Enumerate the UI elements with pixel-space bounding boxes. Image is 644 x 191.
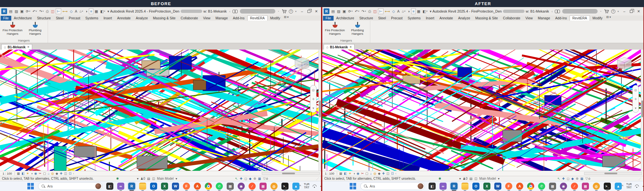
media-app[interactable]: ▦ (260, 183, 267, 190)
switch-windows-icon[interactable]: ◧▾ (99, 8, 106, 14)
tag-by-category-icon[interactable]: ◇ (391, 8, 396, 14)
tab-insert[interactable]: Insert (101, 16, 114, 21)
tab-add-ins[interactable]: Add-Ins (553, 16, 569, 21)
rendering-dialog-icon[interactable]: ◉ (33, 172, 38, 175)
search-binoculars-icon[interactable] (232, 10, 238, 13)
switch-windows-icon-caret[interactable]: ▾ (104, 10, 105, 13)
section-icon[interactable]: ◑ (407, 8, 411, 14)
editable-worksets-icon[interactable]: ♟0 (140, 177, 145, 180)
language-indicator[interactable]: TURTRT (626, 183, 632, 189)
terminal[interactable]: >_ (281, 183, 289, 190)
firefox[interactable]: F (505, 183, 512, 190)
unlocked-view-icon[interactable]: ⌂ (369, 172, 373, 175)
account-caret-icon[interactable]: · (278, 8, 279, 14)
search-highlight-icon[interactable] (418, 183, 423, 189)
worksets-dialog-icon[interactable]: ▤ (469, 177, 472, 180)
outlook[interactable]: O (472, 183, 479, 190)
tab-annotate[interactable]: Annotate (437, 16, 456, 21)
tag-by-category-icon[interactable]: ◇ (69, 8, 73, 14)
search-binoculars-icon[interactable] (555, 10, 560, 13)
default-3d-view-icon[interactable]: ⌂▾ (79, 8, 84, 14)
whatsapp[interactable]: ✆ (216, 183, 223, 190)
detail-level-icon[interactable]: ▦ (16, 172, 21, 175)
sync-with-central-icon-caret[interactable]: ▾ (29, 10, 30, 13)
navbar-more-icon[interactable]: ▾ (312, 106, 314, 110)
redo-icon[interactable]: ↷▾ (38, 8, 45, 14)
close-view-tab-icon[interactable]: ✕ (27, 45, 30, 49)
navbar-more-icon[interactable]: ▾ (635, 106, 636, 110)
firefox[interactable]: F (183, 183, 190, 190)
worksets-caret-icon[interactable]: ▾ (137, 177, 138, 180)
selection-filter-icon[interactable]: ▽:0 (263, 177, 268, 180)
tab-collaborate[interactable]: Collaborate (178, 16, 201, 21)
tab-architecture[interactable]: Architecture (334, 16, 357, 21)
modify-icon[interactable]: ◫ (372, 8, 377, 14)
calculator[interactable]: ▦ (549, 183, 556, 190)
hscroll-thumb[interactable] (604, 173, 617, 174)
tab-revitera[interactable]: RevitERA (570, 15, 590, 21)
worksets-dialog-icon[interactable]: ▤ (147, 177, 150, 180)
user-interface-icon[interactable]: ▦ (416, 8, 421, 14)
tab-massing-site[interactable]: Massing & Site (150, 16, 178, 21)
text-icon[interactable]: A (396, 8, 400, 14)
open-icon[interactable]: ▨ (14, 8, 19, 14)
view-scale[interactable]: 1 : 100 (1, 172, 15, 175)
thin-lines-icon[interactable]: ≡ (89, 8, 93, 14)
design-options-caret-icon[interactable]: ▾ (175, 177, 177, 180)
navigation-bar[interactable]: ◎✛▾ (310, 85, 317, 113)
calculator[interactable]: ▦ (227, 183, 234, 190)
minimize-button[interactable]: – (623, 9, 625, 13)
excel[interactable]: X (483, 183, 490, 190)
visual-style-icon[interactable]: ◧ (21, 172, 25, 175)
select-pinned-toggle-icon[interactable]: ◻ (244, 177, 247, 180)
tab-annotate[interactable]: Annotate (115, 16, 133, 21)
horizontal-scrollbar[interactable] (262, 172, 320, 175)
default-3d-view-icon-caret[interactable]: ▾ (404, 10, 405, 13)
terminal[interactable]: >_ (604, 183, 611, 190)
crop-view-icon[interactable]: ✂ (38, 172, 42, 175)
tor-browser[interactable]: ◉ (238, 183, 245, 190)
browser-app[interactable]: ◍ (270, 183, 278, 190)
vscroll-thumb[interactable] (641, 100, 643, 117)
start-button[interactable] (349, 183, 356, 190)
design-options-icon[interactable]: ◫ (152, 177, 155, 180)
autodesk-app[interactable]: A (194, 183, 201, 190)
reveal-constraints-icon[interactable]: ⊡ (390, 172, 394, 175)
redo-icon-caret[interactable]: ▾ (365, 10, 366, 13)
navigation-bar[interactable]: ◎✛▾ (632, 85, 639, 113)
print-icon[interactable]: ⎙ (45, 8, 50, 14)
tab-steel[interactable]: Steel (376, 16, 389, 21)
undo-icon[interactable]: ↶▾ (32, 8, 38, 14)
select-underlay-toggle-icon[interactable]: ✚ (562, 177, 565, 180)
ribbon-display-toggle[interactable]: ⊡ ▾ (605, 14, 612, 21)
default-3d-view-icon-caret[interactable]: ▾ (82, 10, 83, 13)
close-view-tab-icon[interactable]: ✕ (349, 45, 352, 49)
restore-button[interactable] (308, 10, 310, 13)
tab-systems[interactable]: Systems (83, 16, 101, 21)
editable-worksets-icon[interactable]: ♟0 (463, 177, 468, 180)
switch-windows-icon-caret[interactable]: ▾ (426, 10, 428, 13)
show-crop-region-icon[interactable]: ▢ (365, 172, 369, 175)
in-canvas-help-icon[interactable]: ✱ (116, 177, 119, 180)
save-icon[interactable]: ▣ (342, 8, 347, 14)
background-processes-icon[interactable]: ▦ (580, 177, 583, 180)
in-canvas-help-icon[interactable]: ✱ (439, 177, 441, 180)
file-explorer[interactable] (139, 183, 146, 190)
select-by-face-toggle-icon[interactable]: ◆ (249, 177, 251, 180)
print-icon[interactable]: ⎙ (367, 8, 372, 14)
model-viewport[interactable]: FRONT RIGHT ◎✛▾ (322, 50, 643, 171)
detail-level-icon[interactable]: ▦ (338, 172, 343, 175)
properties-palette-icon[interactable]: ▤ (8, 8, 13, 14)
tab-manage[interactable]: Manage (213, 16, 230, 21)
help-icon[interactable]: ? (289, 9, 293, 14)
worksharing-display-icon[interactable]: ✚ (381, 172, 385, 175)
app-store-cart-icon[interactable] (282, 9, 287, 14)
tab-manage[interactable]: Manage (535, 16, 553, 21)
help-caret-icon[interactable]: ▾ (295, 10, 297, 13)
background-processes-icon[interactable]: ▦ (258, 177, 261, 180)
pan-icon[interactable]: ✛ (312, 97, 315, 101)
select-links-toggle-icon[interactable]: ↖ (557, 177, 560, 180)
tray-overflow-icon[interactable]: ^ (299, 185, 301, 188)
restore-button[interactable] (630, 10, 633, 13)
thin-lines-icon[interactable]: ≡ (411, 8, 416, 14)
